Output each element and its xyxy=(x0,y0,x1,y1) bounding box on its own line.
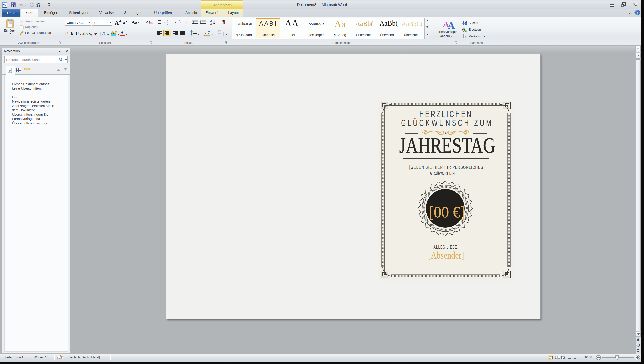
svg-text:A: A xyxy=(120,31,124,35)
svg-text:[GEBEN SIE HIER IHR PERSONLICH: [GEBEN SIE HIER IHR PERSONLICHES xyxy=(409,164,483,170)
svg-text:A: A xyxy=(210,19,212,22)
svg-text:JAHRESTAG: JAHRESTAG xyxy=(399,133,496,157)
svg-text:ac: ac xyxy=(464,30,467,32)
svg-text:Ω: Ω xyxy=(36,2,40,8)
svg-text:A: A xyxy=(448,20,455,29)
svg-text:Z: Z xyxy=(210,22,212,25)
svg-text:ALLES LIEBE,: ALLES LIEBE, xyxy=(434,245,458,250)
svg-text:GLÜCKWUNSCH ZUM: GLÜCKWUNSCH ZUM xyxy=(401,118,491,128)
svg-text:ab: ab xyxy=(110,31,114,35)
svg-text:GRUßWORT EIN]: GRUßWORT EIN] xyxy=(430,170,456,176)
svg-text:i: i xyxy=(181,23,182,25)
svg-text:[00 €]: [00 €] xyxy=(429,203,466,221)
svg-text:[Absender]: [Absender] xyxy=(428,250,464,261)
svg-text:3: 3 xyxy=(167,23,168,25)
svg-text:?: ? xyxy=(636,11,638,15)
svg-text:W: W xyxy=(3,3,7,7)
